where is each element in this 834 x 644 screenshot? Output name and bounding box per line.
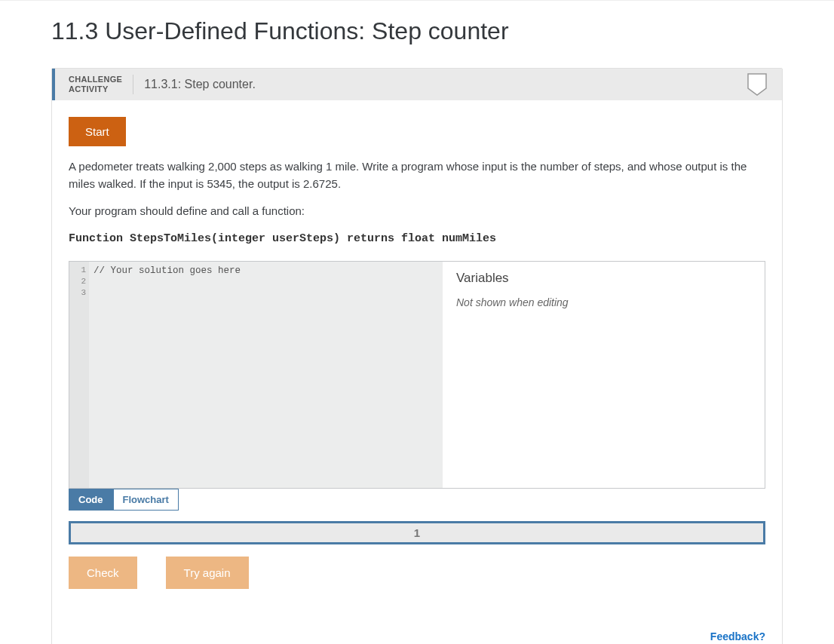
feedback-link[interactable]: Feedback? — [710, 630, 765, 642]
instruction-p2: Your program should define and call a fu… — [69, 203, 765, 220]
gutter-line: 2 — [69, 276, 86, 287]
activity-label-line2: ACTIVITY — [69, 84, 109, 94]
feedback-row: Feedback? — [52, 621, 782, 644]
page-title: 11.3 User-Defined Functions: Step counte… — [18, 1, 816, 68]
try-again-button[interactable]: Try again — [166, 557, 249, 589]
instruction-p1: A pedometer treats walking 2,000 steps a… — [69, 158, 765, 192]
function-signature: Function StepsToMiles(integer userSteps)… — [69, 231, 765, 248]
tab-row: Code Flowchart — [69, 489, 765, 511]
variables-note: Not shown when editing — [456, 296, 751, 308]
variables-panel: Variables Not shown when editing — [443, 262, 765, 488]
activity-type-label: CHALLENGE ACTIVITY — [69, 75, 133, 94]
gutter-line: 1 — [69, 265, 86, 276]
workspace: 1 2 3 // Your solution goes here Variabl… — [69, 261, 765, 489]
tab-flowchart[interactable]: Flowchart — [113, 489, 179, 511]
action-row: Check Try again — [69, 557, 765, 589]
start-button[interactable]: Start — [69, 117, 126, 146]
variables-title: Variables — [456, 271, 751, 286]
activity-header: CHALLENGE ACTIVITY 11.3.1: Step counter. — [52, 69, 782, 100]
activity-label-line1: CHALLENGE — [69, 75, 122, 84]
gutter-line: 3 — [69, 287, 86, 299]
code-editor-textarea[interactable]: // Your solution goes here — [89, 262, 443, 488]
instructions: A pedometer treats walking 2,000 steps a… — [69, 158, 765, 247]
activity-card: CHALLENGE ACTIVITY 11.3.1: Step counter.… — [51, 68, 783, 644]
editor-gutter: 1 2 3 — [69, 262, 89, 488]
activity-subtitle: 11.3.1: Step counter. — [133, 78, 256, 91]
activity-body: Start A pedometer treats walking 2,000 s… — [52, 100, 782, 606]
code-line: // Your solution goes here — [94, 265, 438, 278]
progress-bar: 1 — [69, 521, 765, 544]
shield-icon — [747, 73, 767, 96]
check-button[interactable]: Check — [69, 557, 137, 589]
code-editor-panel[interactable]: 1 2 3 // Your solution goes here — [69, 262, 443, 488]
tab-code[interactable]: Code — [69, 489, 113, 511]
